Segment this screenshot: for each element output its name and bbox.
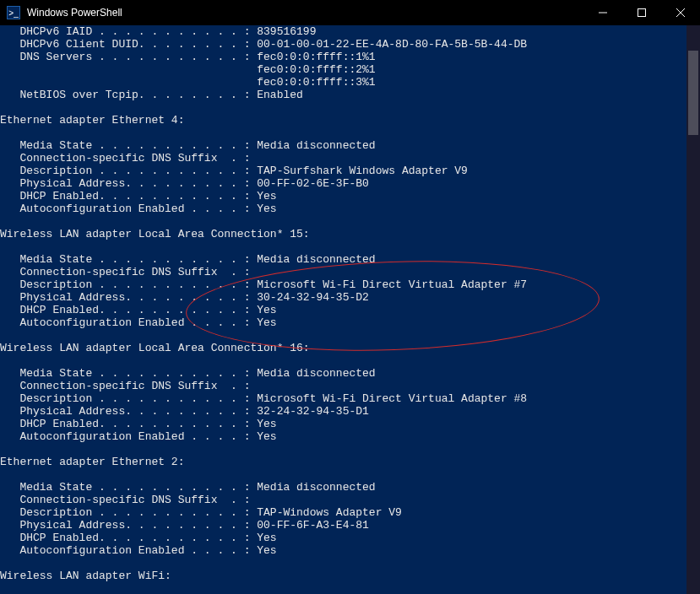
close-icon [676,8,685,17]
terminal-line[interactable]: Connection-specific DNS Suffix . : [0,380,686,392]
terminal-line[interactable]: Description . . . . . . . . . . . : Micr… [0,278,686,291]
scrollbar-track[interactable] [686,25,700,594]
terminal-line[interactable] [0,582,686,594]
terminal-line[interactable]: Description . . . . . . . . . . . : Micr… [0,392,686,405]
terminal-line[interactable]: fec0:0:0:ffff::3%1 [0,76,686,89]
scrollbar-thumb[interactable] [688,51,698,135]
minimize-button[interactable] [583,0,622,25]
terminal-line[interactable]: Media State . . . . . . . . . . . : Medi… [0,253,686,266]
terminal-output[interactable]: DHCPv6 IAID . . . . . . . . . . . : 8395… [0,25,686,594]
close-button[interactable] [661,0,700,25]
terminal-line[interactable]: Wireless LAN adapter WiFi: [0,570,686,582]
terminal-line[interactable]: Autoconfiguration Enabled . . . . : Yes [0,316,686,329]
terminal-line[interactable] [0,240,686,253]
terminal-line[interactable] [0,127,686,139]
powershell-icon: >_ [7,6,20,19]
terminal-line[interactable] [0,215,686,228]
terminal-line[interactable]: Media State . . . . . . . . . . . : Medi… [0,481,686,494]
terminal-line[interactable]: Description . . . . . . . . . . . : TAP-… [0,506,686,519]
powershell-icon-glyph: >_ [8,8,18,18]
terminal-line[interactable] [0,557,686,570]
terminal-line[interactable]: DHCPv6 Client DUID. . . . . . . . : 00-0… [0,38,686,51]
terminal-line[interactable]: DHCP Enabled. . . . . . . . . . . : Yes [0,304,686,316]
terminal-line[interactable]: fec0:0:0:ffff::2%1 [0,63,686,76]
terminal-line[interactable] [0,443,686,456]
titlebar[interactable]: >_ Windows PowerShell [0,0,700,25]
terminal-line[interactable]: Autoconfiguration Enabled . . . . : Yes [0,544,686,557]
terminal-line[interactable]: Physical Address. . . . . . . . . : 32-2… [0,405,686,418]
terminal-line[interactable] [0,101,686,114]
titlebar-buttons [583,0,700,25]
titlebar-left: >_ Windows PowerShell [0,6,583,19]
terminal-line[interactable] [0,354,686,367]
terminal[interactable]: DHCPv6 IAID . . . . . . . . . . . : 8395… [0,25,700,594]
minimize-icon [599,8,607,17]
terminal-line[interactable]: Ethernet adapter Ethernet 4: [0,114,686,127]
terminal-line[interactable]: Ethernet adapter Ethernet 2: [0,456,686,468]
terminal-line[interactable]: DHCPv6 IAID . . . . . . . . . . . : 8395… [0,25,686,38]
terminal-line[interactable]: Physical Address. . . . . . . . . : 30-2… [0,291,686,304]
terminal-line[interactable] [0,468,686,481]
maximize-button[interactable] [622,0,661,25]
terminal-line[interactable]: Wireless LAN adapter Local Area Connecti… [0,342,686,354]
maximize-icon [638,8,646,17]
terminal-line[interactable]: Autoconfiguration Enabled . . . . : Yes [0,430,686,443]
terminal-line[interactable]: Media State . . . . . . . . . . . : Medi… [0,367,686,380]
terminal-line[interactable]: Physical Address. . . . . . . . . : 00-F… [0,519,686,532]
terminal-line[interactable]: DHCP Enabled. . . . . . . . . . . : Yes [0,418,686,430]
terminal-line[interactable]: Connection-specific DNS Suffix . : [0,266,686,278]
terminal-line[interactable]: Connection-specific DNS Suffix . : [0,152,686,165]
terminal-line[interactable] [0,329,686,342]
terminal-line[interactable]: Media State . . . . . . . . . . . : Medi… [0,139,686,152]
terminal-line[interactable]: DHCP Enabled. . . . . . . . . . . : Yes [0,190,686,202]
terminal-line[interactable]: Connection-specific DNS Suffix . : [0,494,686,506]
terminal-line[interactable]: Autoconfiguration Enabled . . . . : Yes [0,202,686,215]
terminal-line[interactable]: Physical Address. . . . . . . . . : 00-F… [0,177,686,190]
terminal-line[interactable]: NetBIOS over Tcpip. . . . . . . . : Enab… [0,89,686,101]
svg-rect-0 [638,9,646,17]
terminal-line[interactable]: Description . . . . . . . . . . . : TAP-… [0,165,686,177]
terminal-line[interactable]: DHCP Enabled. . . . . . . . . . . : Yes [0,532,686,544]
terminal-line[interactable]: DNS Servers . . . . . . . . . . . : fec0… [0,51,686,63]
window-title: Windows PowerShell [27,7,122,19]
terminal-line[interactable]: Wireless LAN adapter Local Area Connecti… [0,228,686,240]
